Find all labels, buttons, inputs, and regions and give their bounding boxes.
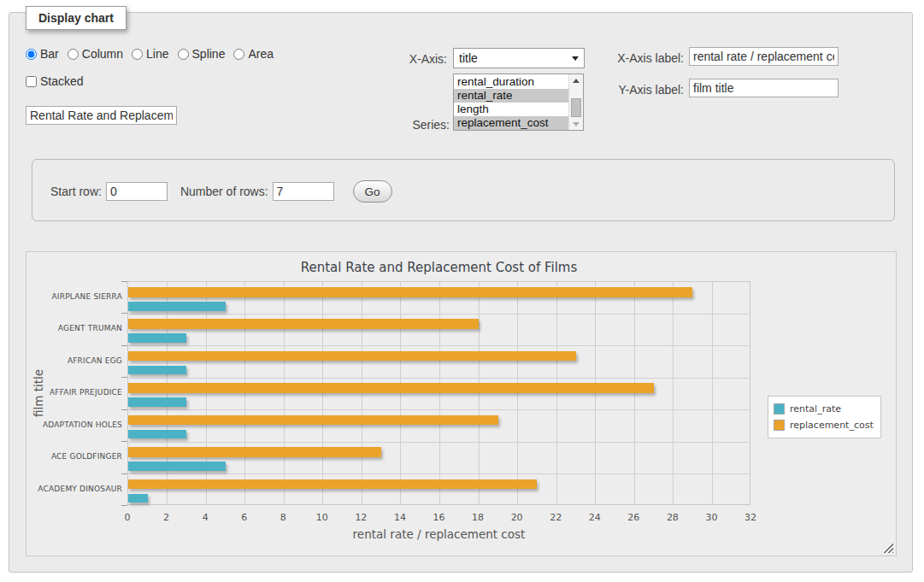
gridline <box>128 442 750 443</box>
series-option[interactable]: length <box>454 103 568 116</box>
gridline <box>673 282 674 504</box>
chart-title: Rental Rate and Replacement Cost of Film… <box>127 260 750 275</box>
chart-type-line[interactable]: Line <box>132 47 168 61</box>
gridline <box>128 345 750 346</box>
scrollbar-up-icon[interactable] <box>569 74 583 86</box>
gridline <box>128 314 750 315</box>
column-radio[interactable] <box>68 49 79 60</box>
gridline <box>244 282 245 504</box>
area-radio-label: Area <box>248 47 274 61</box>
stacked-checkbox[interactable] <box>26 76 37 87</box>
series-options: rental_durationrental_ratelengthreplacem… <box>454 74 568 130</box>
bar-rental_rate <box>128 366 186 375</box>
start-row-label: Start row: <box>50 185 102 198</box>
series-scrollbar[interactable] <box>568 74 583 130</box>
chart-type-bar[interactable]: Bar <box>26 47 59 61</box>
bar-replacement_cost <box>128 383 654 393</box>
gridline <box>439 282 440 504</box>
x-tick-label: 18 <box>461 512 495 523</box>
x-tick-label: 28 <box>656 512 690 523</box>
start-row-input[interactable] <box>106 182 168 201</box>
go-button[interactable]: Go <box>353 180 392 203</box>
x-axis-selected-value: title <box>459 51 572 65</box>
series-option[interactable]: replacement_cost <box>454 116 568 130</box>
x-tick-label: 14 <box>383 512 417 523</box>
x-tick-label: 12 <box>344 512 378 523</box>
y-axis-tick <box>121 441 127 442</box>
chart: Rental Rate and Replacement Cost of Film… <box>26 251 897 556</box>
category-label: ACE GOLDFINGER <box>26 441 122 473</box>
legend-label: replacement_cost <box>790 420 874 431</box>
x-axis-select-label: X-Axis: <box>370 52 447 66</box>
x-axis-select[interactable]: title <box>453 48 585 68</box>
gridline <box>128 409 750 410</box>
chart-type-column[interactable]: Column <box>68 47 123 61</box>
x-axis-label-label: X-Axis label: <box>607 51 684 65</box>
legend-item: replacement_cost <box>774 417 874 433</box>
resize-handle-icon[interactable] <box>883 543 893 553</box>
category-label: AGENT TRUMAN <box>26 313 122 344</box>
y-axis-tick <box>121 505 127 506</box>
x-tick-label: 6 <box>227 512 262 523</box>
category-label: AIRPLANE SIERRA <box>26 281 122 313</box>
y-axis-label-input[interactable] <box>689 79 839 97</box>
x-tick-label: 30 <box>694 512 728 523</box>
column-radio-label: Column <box>82 47 123 61</box>
category-label: ADAPTATION HOLES <box>26 409 122 441</box>
x-tick-label: 2 <box>150 512 184 523</box>
bar-rental_rate <box>128 461 226 471</box>
x-axis-title: rental rate / replacement cost <box>127 527 750 541</box>
legend-label: rental_rate <box>790 403 841 414</box>
bar-radio-label: Bar <box>40 47 59 61</box>
gridline <box>206 282 207 504</box>
x-tick-label: 26 <box>616 512 650 523</box>
chart-title-input[interactable] <box>26 106 177 125</box>
x-tick-label: 32 <box>733 512 768 523</box>
x-tick-label: 16 <box>422 512 456 523</box>
row-range-panel: Start row: Number of rows: Go <box>32 159 895 221</box>
bar-replacement_cost <box>128 351 576 362</box>
y-axis-tick <box>121 345 127 346</box>
bar-rental_rate <box>128 430 186 439</box>
gridline <box>400 282 401 504</box>
num-rows-input[interactable] <box>273 182 334 201</box>
y-axis-tick <box>121 473 127 474</box>
series-listbox[interactable]: rental_durationrental_ratelengthreplacem… <box>453 73 584 131</box>
bar-rental_rate <box>128 397 186 407</box>
gridline <box>634 282 635 504</box>
x-axis-label-input[interactable] <box>689 47 839 66</box>
chart-type-area[interactable]: Area <box>233 47 274 61</box>
legend-item: rental_rate <box>774 401 874 417</box>
x-tick-label: 4 <box>188 512 222 523</box>
series-option[interactable]: rental_rate <box>454 89 568 103</box>
spline-radio[interactable] <box>178 49 189 60</box>
bar-replacement_cost <box>128 319 479 329</box>
stacked-label: Stacked <box>40 74 84 88</box>
bar-rental_rate <box>128 302 226 311</box>
chart-type-spline[interactable]: Spline <box>178 47 226 61</box>
line-radio-label: Line <box>146 47 168 61</box>
line-radio[interactable] <box>132 49 143 60</box>
spline-radio-label: Spline <box>192 47 226 61</box>
gridline <box>322 282 323 504</box>
x-tick-label: 20 <box>500 512 534 523</box>
bar-replacement_cost <box>128 447 381 457</box>
x-tick-label: 22 <box>539 512 573 523</box>
bar-radio[interactable] <box>26 49 37 60</box>
num-rows-label: Number of rows: <box>180 185 268 198</box>
gridline <box>362 282 362 504</box>
gridline <box>167 282 168 504</box>
plot-area <box>127 281 750 505</box>
bar-rental_rate <box>128 333 186 343</box>
page: Display chart Bar Column Line Spline Are… <box>0 0 924 582</box>
bar-replacement_cost <box>128 415 498 426</box>
y-axis-tick <box>121 281 127 282</box>
gridline <box>284 282 285 504</box>
scrollbar-down-icon[interactable] <box>569 118 583 130</box>
chart-type-radio-group: Bar Column Line Spline Area <box>26 47 282 61</box>
gridline <box>556 282 557 504</box>
scrollbar-thumb[interactable] <box>571 98 581 117</box>
area-radio[interactable] <box>233 49 244 60</box>
x-tick-label: 8 <box>266 512 300 523</box>
series-option[interactable]: rental_duration <box>454 75 568 89</box>
